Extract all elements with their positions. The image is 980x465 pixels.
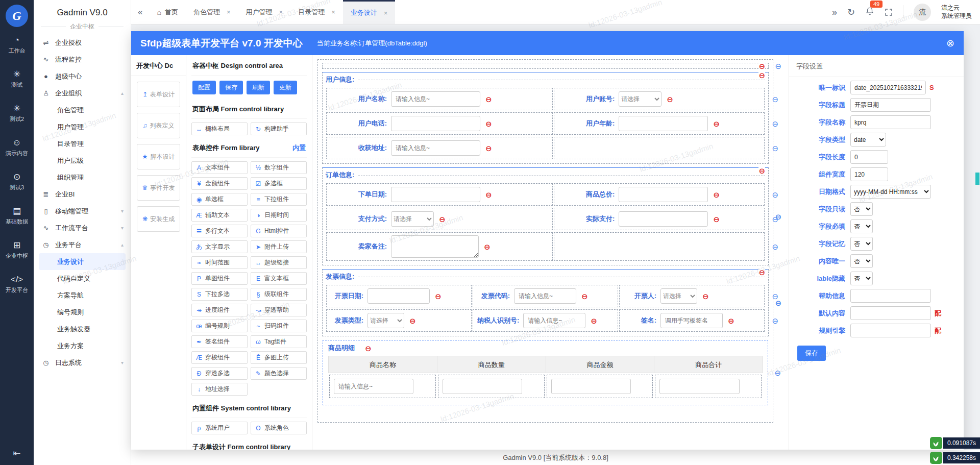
tabs-scroll-right-icon[interactable]: » — [832, 8, 837, 17]
remove-row-icon[interactable]: ⊖ — [774, 369, 781, 377]
form-control-button[interactable]: S 下拉多选 — [191, 288, 248, 301]
rail-item[interactable]: ⊙ 测试3 — [0, 166, 34, 200]
canvas-grid-container[interactable]: ⊖ ⊖ ⊖ 用户信息: 用户名称: ⊖ — [317, 59, 773, 423]
rail-item[interactable]: ☺ 演示内容 — [0, 132, 34, 166]
modal-close-icon[interactable]: ⊗ — [946, 37, 954, 49]
field-select[interactable]: 请选择 — [391, 211, 434, 227]
design-action-button[interactable]: 更新 — [274, 81, 297, 94]
form-control-button[interactable]: ≈ 时间范围 — [191, 256, 248, 269]
remove-row-icon[interactable]: ⊖ — [772, 292, 778, 300]
help-info-input[interactable] — [850, 289, 931, 303]
unique-id-input[interactable] — [850, 81, 926, 94]
form-field[interactable]: 发票代码: ⊖ — [473, 285, 618, 307]
remove-subtable-icon[interactable]: ⊖ — [365, 345, 372, 352]
field-input[interactable] — [391, 187, 480, 202]
dev-center-button[interactable]: ♛ 事件开发 — [137, 175, 180, 201]
sidebar-item[interactable]: ⇌ 企业授权 — [34, 34, 131, 51]
remove-row-icon[interactable]: ⊖ — [772, 191, 778, 199]
field-input[interactable] — [523, 313, 585, 328]
sidebar-item[interactable]: ◷ 日志系统 ▾ — [34, 354, 131, 371]
remove-section-icon[interactable]: ⊖ — [758, 71, 765, 79]
form-control-button[interactable]: ↔ 超级链接 — [251, 256, 307, 269]
field-input[interactable] — [391, 140, 480, 156]
default-content-input[interactable] — [850, 306, 931, 320]
form-field[interactable]: 用户年龄: ⊖ — [554, 112, 765, 135]
field-input[interactable] — [391, 116, 480, 131]
remove-field-icon[interactable]: ⊖ — [485, 95, 492, 103]
builtin-tag[interactable]: 内置 — [292, 143, 306, 153]
date-format-select[interactable]: yyyy-MM-dd HH:mm:ss — [850, 185, 931, 199]
form-field[interactable]: 开票日期: ⊖ — [326, 285, 472, 307]
tab-close-icon[interactable]: × — [331, 8, 335, 16]
remove-row-icon[interactable]: ⊖ — [772, 215, 778, 223]
sidebar-item[interactable]: ● 超级中心 — [34, 68, 131, 85]
rail-item[interactable]: ✳ 测试 — [0, 63, 34, 97]
form-control-button[interactable]: ✒ 签名组件 — [191, 335, 248, 348]
remove-field-icon[interactable]: ⊖ — [702, 292, 709, 300]
sidebar-item[interactable]: 用户管理 — [34, 118, 131, 135]
tab-role-management[interactable]: 角色管理 × — [186, 0, 238, 24]
form-control-button[interactable]: ◉ 单选框 — [191, 193, 248, 206]
form-control-button[interactable]: ↓ 地址选择 — [191, 383, 248, 396]
subtable-input[interactable] — [659, 379, 739, 394]
dev-center-button[interactable]: ↥ 表单设计 — [137, 82, 180, 107]
remove-field-icon[interactable]: ⊖ — [591, 317, 597, 325]
sidebar-item[interactable]: 业务设计 — [39, 253, 126, 270]
remove-field-icon[interactable]: ⊖ — [713, 120, 720, 128]
remove-field-icon[interactable]: ⊖ — [485, 191, 492, 199]
field-name-input[interactable] — [850, 115, 931, 129]
subtable-input[interactable] — [443, 379, 522, 394]
remove-section-icon[interactable]: ⊖ — [758, 167, 765, 175]
rail-item[interactable]: ⊞ 企业中枢 — [0, 234, 34, 268]
rail-item[interactable]: ▤ 基础数据 — [0, 200, 34, 234]
unique-content-select[interactable]: 否 — [850, 254, 873, 268]
form-field[interactable]: 商品总价: ⊖ — [554, 183, 765, 206]
field-select[interactable]: 请选择 — [619, 91, 662, 107]
user-menu[interactable]: 流之云 系统管理员 — [941, 4, 972, 20]
remove-row-icon[interactable]: ⊖ — [772, 144, 778, 152]
tab-directory-management[interactable]: 目录管理 × — [290, 0, 343, 24]
dev-center-button[interactable]: ★ 脚本设计 — [137, 144, 180, 169]
remove-field-icon[interactable]: ⊖ — [435, 292, 442, 300]
form-field[interactable]: 支付方式: 请选择 ⊖ — [326, 208, 553, 230]
sidebar-item[interactable]: 用户层级 — [34, 152, 131, 169]
scrollbar-thumb[interactable] — [975, 173, 979, 185]
dev-center-button[interactable]: ❋ 安装生成 — [137, 206, 180, 232]
form-control-button[interactable]: ☑ 多选框 — [251, 177, 307, 190]
design-action-button[interactable]: 配置 — [192, 81, 216, 94]
subtable-cell[interactable] — [438, 375, 545, 398]
form-control-button[interactable]: ➤ 附件上传 — [251, 240, 307, 253]
empty-cell[interactable] — [554, 232, 765, 261]
remove-field-icon[interactable]: ⊖ — [409, 317, 416, 325]
field-title-input[interactable] — [850, 98, 931, 112]
form-control-button[interactable]: A 文本组件 — [191, 161, 248, 174]
notifications-button[interactable]: 49 — [865, 7, 874, 17]
form-control-button[interactable]: Æ 穿梭组件 — [191, 351, 248, 364]
form-control-button[interactable]: ~ 扫码组件 — [251, 320, 307, 332]
sidebar-item[interactable]: 方案导航 — [34, 287, 131, 304]
form-control-button[interactable]: Æ 辅助文本 — [191, 209, 248, 222]
form-control-button[interactable]: E 富文本框 — [251, 272, 307, 285]
form-control-button[interactable]: G Html控件 — [251, 225, 307, 237]
sidebar-item[interactable]: ▯ 移动端管理 ▾ — [34, 203, 131, 219]
tab-home[interactable]: ⌂ 首页 — [149, 0, 185, 24]
tabs-scroll-left-icon[interactable]: « — [131, 7, 149, 17]
form-field[interactable]: 开票人: 请选择 ⊖ — [619, 285, 765, 307]
field-select[interactable]: 请选择 — [368, 313, 404, 328]
sidebar-item[interactable]: 目录管理 — [34, 135, 131, 152]
tab-close-icon[interactable]: × — [227, 8, 231, 16]
remove-field-icon[interactable]: ⊖ — [581, 292, 588, 300]
field-input[interactable] — [619, 116, 708, 131]
form-field[interactable]: 用户账号: 请选择 ⊖ — [554, 88, 765, 110]
remove-field-icon[interactable]: ⊖ — [713, 191, 720, 199]
form-field[interactable]: 收获地址: ⊖ — [326, 137, 553, 159]
avatar[interactable]: 流 — [914, 4, 931, 21]
sidebar-item[interactable]: 编号规则 — [34, 304, 131, 321]
form-control-button[interactable]: ◑ 日期时间 — [251, 209, 307, 222]
app-logo[interactable]: G — [6, 5, 28, 27]
system-control-button[interactable]: Θ 系统角色 — [251, 422, 307, 434]
sidebar-item[interactable]: 业务触发器 — [34, 321, 131, 337]
sidebar-item[interactable]: 代码自定义 — [34, 270, 131, 287]
field-select[interactable]: 请选择 — [660, 288, 697, 304]
form-control-button[interactable]: P 单图组件 — [191, 272, 248, 285]
